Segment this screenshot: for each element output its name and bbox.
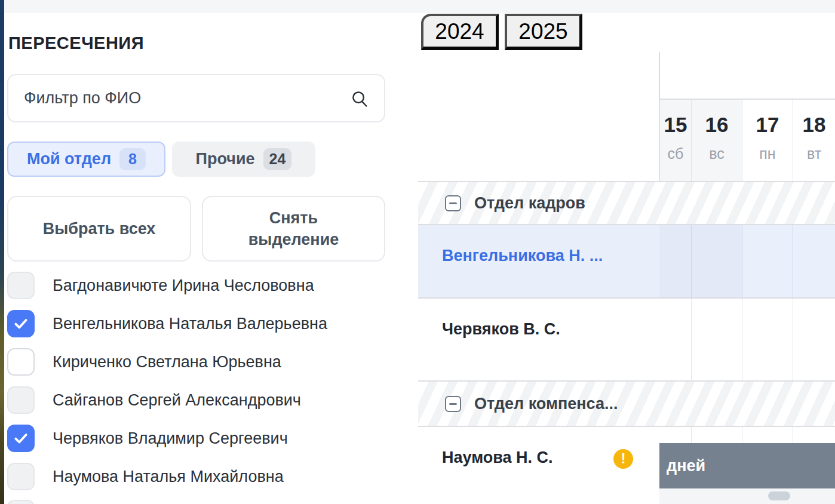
list-item[interactable]: Венгельникова Наталья Валерьевна bbox=[7, 310, 389, 337]
list-item[interactable] bbox=[7, 500, 389, 504]
top-bar bbox=[4, 0, 835, 13]
person-name: Сайганов Сергей Александрович bbox=[53, 391, 301, 410]
timeline-person-name: Наумова Н. С. bbox=[442, 448, 553, 467]
person-name: Багдонавичюте Ирина Чеслововна bbox=[53, 276, 314, 295]
tab-label: Мой отдел bbox=[27, 150, 111, 168]
person-name: Наумова Наталья Михайловна bbox=[53, 468, 284, 486]
year-button-2025[interactable]: 2025 bbox=[505, 14, 582, 50]
grid-line bbox=[793, 427, 793, 443]
grid-cell bbox=[691, 225, 742, 297]
grid-cell bbox=[659, 225, 691, 297]
timeline-grid-cells bbox=[659, 225, 835, 297]
vacation-bar-duration[interactable]: дней bbox=[659, 443, 835, 488]
fio-filter-input[interactable] bbox=[8, 89, 351, 107]
tab-count-badge: 24 bbox=[263, 148, 292, 170]
day-header: 15 сб bbox=[659, 100, 691, 181]
day-number: 17 bbox=[756, 113, 779, 137]
person-name: Кириченко Светлана Юрьевна bbox=[53, 353, 281, 371]
grid-line bbox=[691, 299, 692, 380]
grid-line bbox=[742, 427, 742, 443]
checkbox-unchecked[interactable] bbox=[7, 348, 35, 376]
timeline-grid-cells: Согласов bbox=[659, 299, 835, 380]
collapse-icon[interactable] bbox=[445, 396, 461, 412]
day-of-week: пн bbox=[759, 145, 775, 162]
day-number: 18 bbox=[803, 113, 826, 137]
grid-cell bbox=[742, 225, 793, 297]
group-row-hr-department[interactable]: Отдел кадров bbox=[418, 181, 835, 225]
group-label: Отдел компенса... bbox=[474, 395, 618, 413]
timeline-person-name: Червяков В. С. bbox=[442, 320, 560, 339]
grid-line bbox=[793, 299, 793, 380]
day-of-week: вс bbox=[709, 145, 725, 162]
year-button-2024[interactable]: 2024 bbox=[421, 14, 499, 50]
day-header: 17 пн bbox=[742, 100, 793, 181]
person-name: Венгельникова Наталья Валерьевна bbox=[53, 315, 327, 333]
clear-selection-button[interactable]: Снять выделение bbox=[202, 196, 385, 262]
grid-line bbox=[691, 427, 692, 443]
person-name: Червяков Владимир Сергеевич bbox=[53, 429, 288, 448]
list-item[interactable]: Багдонавичюте Ирина Чеслововна bbox=[7, 272, 389, 299]
check-icon bbox=[13, 316, 29, 331]
fio-filter-field[interactable] bbox=[7, 74, 385, 122]
tab-label: Прочие bbox=[196, 150, 255, 168]
tab-count-badge: 8 bbox=[119, 148, 146, 170]
day-number: 15 bbox=[664, 113, 687, 137]
grid-line bbox=[742, 299, 742, 380]
list-item[interactable]: Червяков Владимир Сергеевич bbox=[7, 425, 389, 452]
tab-my-department[interactable]: Мой отдел 8 bbox=[7, 142, 165, 177]
group-row-compensation-department[interactable]: Отдел компенса... bbox=[418, 380, 835, 427]
day-of-week: вт bbox=[807, 145, 821, 162]
checkbox-checked[interactable] bbox=[7, 425, 35, 452]
grid-cell bbox=[793, 225, 835, 297]
list-item[interactable]: Наумова Наталья Михайловна bbox=[7, 463, 389, 490]
tab-others[interactable]: Прочие 24 bbox=[172, 142, 315, 177]
timeline-row[interactable]: Наумова Н. С. ! дней bbox=[418, 427, 835, 504]
app-root: ПЕРЕСЕЧЕНИЯ Мой отдел 8 Прочие 24 Выбрат… bbox=[0, 0, 835, 504]
search-icon bbox=[351, 90, 369, 107]
select-all-button[interactable]: Выбрать всех bbox=[7, 196, 191, 262]
page-title: ПЕРЕСЕЧЕНИЯ bbox=[8, 33, 144, 53]
collapse-icon[interactable] bbox=[445, 195, 461, 211]
checkbox-disabled[interactable] bbox=[7, 500, 35, 504]
background-window-edge bbox=[0, 0, 4, 504]
horizontal-scrollbar[interactable] bbox=[659, 488, 835, 504]
scrollbar-thumb[interactable] bbox=[768, 491, 790, 500]
day-number: 16 bbox=[705, 113, 729, 137]
list-item[interactable]: Сайганов Сергей Александрович bbox=[7, 386, 389, 414]
warning-icon: ! bbox=[613, 449, 633, 469]
day-of-week: сб bbox=[668, 145, 684, 162]
list-item[interactable]: Кириченко Светлана Юрьевна bbox=[7, 348, 389, 376]
timeline-row-selected[interactable]: Венгельникова Н. ... bbox=[418, 225, 835, 299]
checkbox-disabled[interactable] bbox=[7, 272, 35, 299]
check-icon bbox=[13, 431, 29, 446]
group-label: Отдел кадров bbox=[474, 194, 585, 213]
checkbox-disabled[interactable] bbox=[7, 463, 35, 490]
timeline-row[interactable]: Червяков В. С. Согласов bbox=[418, 299, 835, 380]
day-header: 18 вт bbox=[793, 100, 835, 181]
timeline-person-name[interactable]: Венгельникова Н. ... bbox=[442, 247, 603, 265]
checkbox-checked[interactable] bbox=[7, 310, 35, 337]
day-header: 16 вс bbox=[691, 100, 742, 181]
checkbox-disabled[interactable] bbox=[7, 386, 35, 414]
